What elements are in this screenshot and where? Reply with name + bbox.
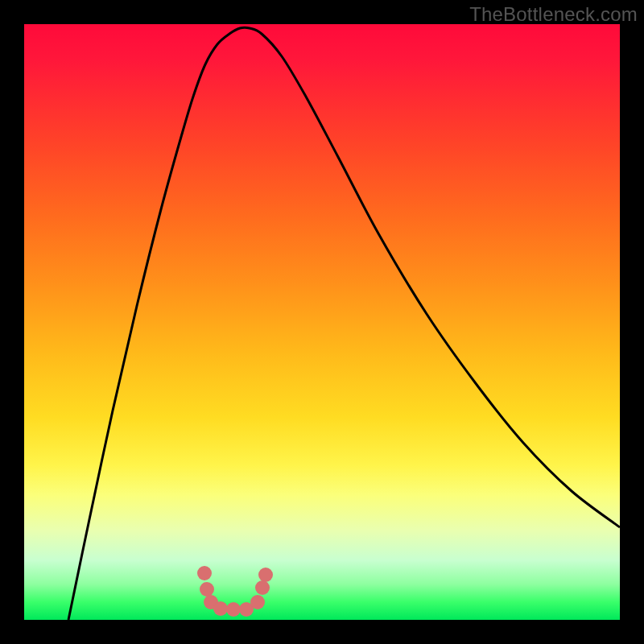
marker-dot <box>226 602 241 617</box>
marker-dot <box>213 601 228 616</box>
marker-dot <box>200 582 214 597</box>
chart-plot-area <box>24 24 620 620</box>
bottleneck-curve <box>68 27 620 620</box>
marker-dot <box>250 595 265 609</box>
bottom-marker <box>197 566 273 617</box>
watermark-label: TheBottleneck.com <box>469 3 638 26</box>
chart-svg <box>24 24 620 620</box>
chart-frame: TheBottleneck.com <box>0 0 644 644</box>
marker-dot <box>197 566 212 580</box>
marker-dot <box>255 580 270 595</box>
marker-dot <box>258 568 273 582</box>
